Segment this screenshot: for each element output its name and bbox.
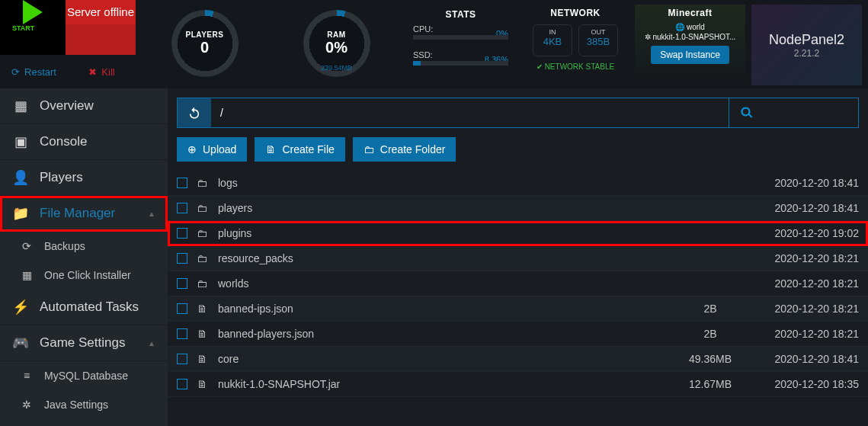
row-checkbox[interactable] bbox=[177, 203, 197, 213]
file-row[interactable]: 🗀players2020-12-20 18:41 bbox=[168, 196, 868, 221]
upload-icon: ⊕ bbox=[187, 143, 197, 155]
sidebar-sub-java-settings[interactable]: ✲Java Settings bbox=[0, 390, 168, 419]
file-row[interactable]: 🗎banned-players.json2B2020-12-20 18:21 bbox=[168, 322, 868, 347]
kill-button[interactable]: ✖ Kill bbox=[68, 55, 136, 88]
sidebar-sub-backups[interactable]: ⟳Backups bbox=[0, 232, 168, 261]
network-title: NETWORK bbox=[528, 8, 623, 18]
ram-value: 0% bbox=[325, 39, 348, 56]
sidebar-item-overview[interactable]: ▦Overview bbox=[0, 88, 168, 124]
row-checkbox[interactable] bbox=[177, 278, 197, 289]
kill-label: Kill bbox=[101, 66, 114, 78]
restart-button[interactable]: ⟳ Restart bbox=[0, 55, 68, 88]
upload-label: Upload bbox=[203, 143, 236, 155]
file-row[interactable]: 🗀logs2020-12-20 18:41 bbox=[168, 171, 868, 196]
ram-gauge: RAM 0% 239.54MB bbox=[274, 5, 399, 82]
file-size: 2B bbox=[676, 328, 745, 340]
row-checkbox[interactable] bbox=[177, 354, 197, 364]
sidebar-item-manage-instance[interactable]: 🔧Manage Instance bbox=[0, 419, 168, 426]
sidebar-sub-mysql-database[interactable]: ≡MySQL Database bbox=[0, 361, 168, 390]
create-folder-button[interactable]: 🗀 Create Folder bbox=[353, 137, 456, 162]
file-name: nukkit-1.0-SNAPSHOT.jar bbox=[218, 378, 676, 390]
refresh-icon bbox=[187, 106, 201, 120]
stats-title: STATS bbox=[413, 9, 508, 20]
file-date: 2020-12-20 18:21 bbox=[745, 277, 859, 290]
players-gauge: PLAYERS 0 bbox=[142, 5, 267, 82]
file-icon: 🗎 bbox=[197, 303, 218, 315]
offline-spacer bbox=[66, 24, 136, 55]
sidebar-item-console[interactable]: ▣Console bbox=[0, 124, 168, 160]
file-icon: 🗎 bbox=[197, 378, 218, 390]
file-row[interactable]: 🗀resource_packs2020-12-20 18:21 bbox=[168, 246, 868, 271]
create-file-button[interactable]: 🗎 Create File bbox=[255, 137, 344, 162]
sidebar-item-label: Game Settings bbox=[40, 335, 125, 351]
start-button[interactable]: START bbox=[0, 0, 66, 55]
file-name: banned-players.json bbox=[218, 328, 676, 340]
file-row[interactable]: 🗎nukkit-1.0-SNAPSHOT.jar12.67MB2020-12-2… bbox=[168, 372, 868, 397]
file-row[interactable]: 🗀plugins2020-12-20 19:02 bbox=[168, 221, 868, 246]
file-date: 2020-12-20 18:41 bbox=[745, 353, 859, 365]
world-name: world bbox=[687, 23, 705, 31]
folder-icon: 🗀 bbox=[197, 277, 218, 290]
net-in-label: IN bbox=[536, 28, 569, 36]
file-size: 12.67MB bbox=[676, 378, 745, 390]
players-value: 0 bbox=[200, 39, 209, 56]
search-button[interactable] bbox=[729, 98, 858, 127]
lightning-icon: ⚡ bbox=[12, 299, 29, 315]
ram-sub: 239.54MB bbox=[321, 64, 352, 72]
search-icon bbox=[740, 106, 754, 120]
file-row[interactable]: 🗀worlds2020-12-20 18:21 bbox=[168, 271, 868, 296]
network-stable: ✔ NETWORK STABLE bbox=[528, 62, 623, 71]
sidebar-sub-one-click-installer[interactable]: ▦One Click Installer bbox=[0, 261, 168, 290]
row-checkbox[interactable] bbox=[177, 379, 197, 389]
sidebar-sub-label: One Click Installer bbox=[44, 269, 131, 281]
file-name: banned-ips.json bbox=[218, 303, 676, 315]
sidebar-item-players[interactable]: 👤Players bbox=[0, 160, 168, 196]
row-checkbox[interactable] bbox=[177, 178, 197, 188]
file-name: logs bbox=[218, 177, 676, 189]
row-checkbox[interactable] bbox=[177, 253, 197, 264]
ssd-label: SSD: bbox=[413, 50, 433, 59]
file-row[interactable]: 🗎banned-ips.json2B2020-12-20 18:21 bbox=[168, 296, 868, 322]
instance-title: Minecraft bbox=[641, 8, 739, 18]
play-icon bbox=[23, 0, 43, 24]
sidebar-item-game-settings[interactable]: 🎮Game Settings▲ bbox=[0, 325, 168, 361]
nodepanel-box: NodePanel2 2.21.2 bbox=[751, 5, 862, 85]
sidebar-item-file-manager[interactable]: 📁File Manager▲ bbox=[0, 196, 168, 232]
jar-name: nukkit-1.0-SNAPSHOT... bbox=[652, 33, 735, 41]
folder-icon: 🗀 bbox=[364, 143, 374, 155]
grid-icon: ▦ bbox=[12, 98, 29, 114]
path-refresh-button[interactable] bbox=[178, 98, 211, 127]
chevron-up-icon: ▲ bbox=[148, 339, 155, 348]
net-out-value: 385B bbox=[582, 36, 614, 47]
file-row[interactable]: 🗎core49.36MB2020-12-20 18:41 bbox=[168, 347, 868, 372]
sidebar-sub-label: Backups bbox=[44, 240, 85, 252]
file-name: core bbox=[218, 353, 676, 365]
upload-button[interactable]: ⊕ Upload bbox=[177, 137, 247, 162]
folder-icon: 🗀 bbox=[197, 227, 218, 239]
file-size: 49.36MB bbox=[676, 353, 745, 365]
file-date: 2020-12-20 18:41 bbox=[745, 177, 859, 189]
db-icon: ≡ bbox=[18, 367, 35, 384]
swap-instance-button[interactable]: Swap Instance bbox=[651, 46, 729, 64]
stats-box: STATS CPU: 0% SSD: 8.36% bbox=[405, 5, 516, 82]
net-in: IN 4KB bbox=[533, 24, 572, 56]
row-checkbox[interactable] bbox=[177, 303, 197, 314]
file-date: 2020-12-20 18:35 bbox=[745, 378, 859, 390]
file-icon: 🗎 bbox=[197, 328, 218, 340]
user-icon: 👤 bbox=[12, 169, 29, 186]
sidebar-item-automated-tasks[interactable]: ⚡Automated Tasks bbox=[0, 290, 168, 325]
instance-box: Minecraft 🌐 world ✲ nukkit-1.0-SNAPSHOT.… bbox=[635, 5, 745, 85]
row-checkbox[interactable] bbox=[177, 328, 197, 339]
file-name: plugins bbox=[218, 227, 676, 239]
file-icon: 🗎 bbox=[197, 353, 218, 365]
create-folder-label: Create Folder bbox=[380, 143, 446, 155]
folder-icon: 🗀 bbox=[197, 177, 218, 189]
file-date: 2020-12-20 18:21 bbox=[745, 303, 859, 315]
world-line: 🌐 world bbox=[641, 23, 739, 31]
cpu-label: CPU: bbox=[413, 24, 433, 34]
row-checkbox[interactable] bbox=[177, 228, 197, 239]
path-input[interactable] bbox=[211, 98, 729, 127]
folder-icon: 🗀 bbox=[197, 252, 218, 264]
network-stable-label: NETWORK STABLE bbox=[545, 62, 615, 71]
gear-icon: ✲ bbox=[645, 33, 651, 41]
